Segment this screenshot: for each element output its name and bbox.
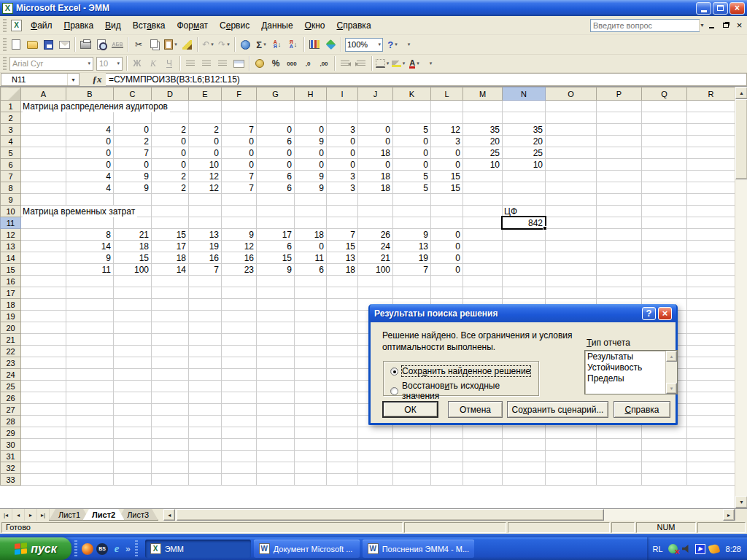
- cell-D19[interactable]: [152, 311, 189, 322]
- cell-I24[interactable]: [327, 369, 358, 381]
- cell-A10[interactable]: Матрица временных затрат: [21, 206, 66, 217]
- listbox-scroll-up-icon[interactable]: ▲: [666, 351, 677, 362]
- cell-R2[interactable]: [687, 112, 735, 124]
- cell-Q15[interactable]: [642, 264, 687, 276]
- open-icon[interactable]: [24, 37, 40, 52]
- cell-C12[interactable]: 21: [114, 229, 152, 241]
- insert-function-icon[interactable]: ƒx: [88, 73, 106, 86]
- cell-L15[interactable]: 0: [431, 264, 463, 276]
- cell-O9[interactable]: [546, 194, 597, 206]
- cell-F21[interactable]: [222, 334, 257, 346]
- toolbar-grip[interactable]: [3, 57, 7, 70]
- drawing-icon[interactable]: [322, 37, 338, 52]
- row-header-7[interactable]: 7: [1, 171, 21, 182]
- cell-Q2[interactable]: [642, 112, 687, 124]
- cell-R24[interactable]: [687, 369, 735, 381]
- cell-B22[interactable]: [66, 346, 114, 357]
- row-header-29[interactable]: 29: [1, 427, 21, 439]
- cell-R33[interactable]: [687, 474, 735, 486]
- row-header-31[interactable]: 31: [1, 451, 21, 462]
- cell-L3[interactable]: 12: [431, 124, 463, 136]
- column-header-A[interactable]: A: [21, 88, 66, 101]
- cell-N33[interactable]: [503, 474, 546, 486]
- cell-M9[interactable]: [463, 194, 503, 206]
- cell-D7[interactable]: 2: [152, 171, 189, 182]
- cell-P7[interactable]: [597, 171, 642, 182]
- dialog-button-save-scenario[interactable]: Сохранить сценарий...: [507, 401, 608, 418]
- cell-K31[interactable]: [393, 451, 431, 462]
- cell-R10[interactable]: [687, 206, 735, 217]
- cell-B5[interactable]: 0: [66, 147, 114, 159]
- cell-F9[interactable]: [222, 194, 257, 206]
- cell-F12[interactable]: 9: [222, 229, 257, 241]
- cell-E5[interactable]: 0: [189, 147, 222, 159]
- cell-R20[interactable]: [687, 322, 735, 334]
- cell-Q32[interactable]: [642, 462, 687, 474]
- column-header-H[interactable]: H: [295, 88, 327, 101]
- row-header-26[interactable]: 26: [1, 392, 21, 404]
- cell-Q10[interactable]: [642, 206, 687, 217]
- cell-N6[interactable]: 10: [503, 159, 546, 171]
- cell-D22[interactable]: [152, 346, 189, 357]
- cell-O15[interactable]: [546, 264, 597, 276]
- cell-I33[interactable]: [327, 474, 358, 486]
- increase-indent-icon[interactable]: [353, 56, 369, 71]
- cell-C25[interactable]: [114, 381, 152, 392]
- cut-icon[interactable]: ✂: [131, 37, 147, 52]
- cell-E4[interactable]: 0: [189, 136, 222, 147]
- cell-N15[interactable]: [503, 264, 546, 276]
- cell-R4[interactable]: [687, 136, 735, 147]
- decrease-decimal-icon[interactable]: ,00: [316, 56, 332, 71]
- italic-icon[interactable]: К: [145, 56, 161, 71]
- cell-H26[interactable]: [295, 392, 327, 404]
- cell-C27[interactable]: [114, 404, 152, 416]
- cell-A14[interactable]: [21, 252, 66, 264]
- cell-L11[interactable]: [431, 217, 463, 229]
- cell-F19[interactable]: [222, 311, 257, 322]
- dialog-button-help[interactable]: Справка: [614, 401, 670, 418]
- cell-O1[interactable]: [546, 101, 597, 112]
- cell-E14[interactable]: 16: [189, 252, 222, 264]
- cell-G11[interactable]: [257, 217, 295, 229]
- cell-A11[interactable]: [21, 217, 66, 229]
- cell-A27[interactable]: [21, 404, 66, 416]
- new-icon[interactable]: [8, 37, 24, 52]
- cell-E13[interactable]: 19: [189, 241, 222, 252]
- cell-H1[interactable]: [295, 101, 327, 112]
- cell-G24[interactable]: [257, 369, 295, 381]
- vertical-scrollbar[interactable]: ▲ ▼: [735, 87, 747, 508]
- cell-O12[interactable]: [546, 229, 597, 241]
- cell-Q33[interactable]: [642, 474, 687, 486]
- cell-J32[interactable]: [358, 462, 393, 474]
- column-header-G[interactable]: G: [257, 88, 295, 101]
- print-preview-icon[interactable]: [93, 37, 109, 52]
- cell-D14[interactable]: 18: [152, 252, 189, 264]
- cell-F29[interactable]: [222, 427, 257, 439]
- cell-F5[interactable]: 0: [222, 147, 257, 159]
- cell-R32[interactable]: [687, 462, 735, 474]
- cell-O30[interactable]: [546, 439, 597, 451]
- cell-E10[interactable]: [189, 206, 222, 217]
- cell-B12[interactable]: 8: [66, 229, 114, 241]
- cell-D9[interactable]: [152, 194, 189, 206]
- cell-A6[interactable]: [21, 159, 66, 171]
- hyperlink-icon[interactable]: [237, 37, 253, 52]
- row-header-2[interactable]: 2: [1, 112, 21, 124]
- tray-volume-icon[interactable]: [681, 543, 692, 554]
- cell-B28[interactable]: [66, 416, 114, 427]
- cell-Q12[interactable]: [642, 229, 687, 241]
- cell-A13[interactable]: [21, 241, 66, 252]
- cell-C30[interactable]: [114, 439, 152, 451]
- cell-L10[interactable]: [431, 206, 463, 217]
- menu-item-1[interactable]: Правка: [58, 18, 100, 33]
- toolbar-options-icon[interactable]: ▾: [422, 56, 438, 71]
- cell-B33[interactable]: [66, 474, 114, 486]
- cell-H31[interactable]: [295, 451, 327, 462]
- cell-D24[interactable]: [152, 369, 189, 381]
- cell-F8[interactable]: 7: [222, 182, 257, 194]
- cell-D11[interactable]: [152, 217, 189, 229]
- row-header-8[interactable]: 8: [1, 182, 21, 194]
- cell-Q14[interactable]: [642, 252, 687, 264]
- cell-I8[interactable]: 3: [327, 182, 358, 194]
- cell-K30[interactable]: [393, 439, 431, 451]
